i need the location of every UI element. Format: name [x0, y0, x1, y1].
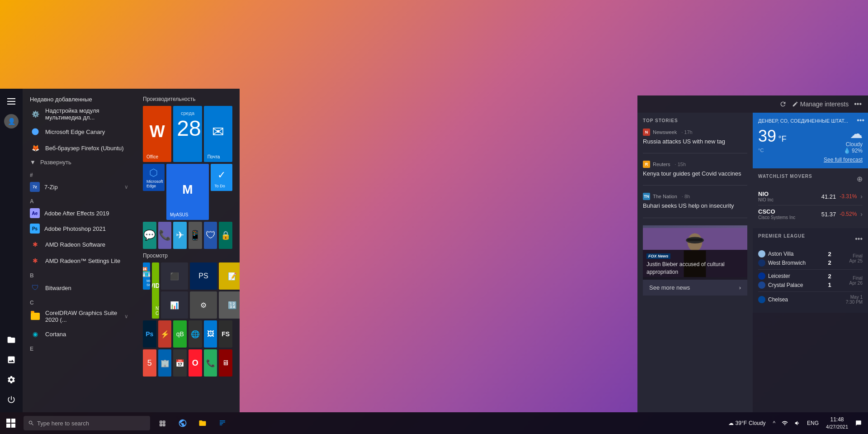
documents-button[interactable]: [2, 331, 20, 349]
pl-match-2[interactable]: Leicester Crystal Palace 2 1: [758, 270, 863, 292]
tile-calculator[interactable]: 🔢: [219, 291, 240, 319]
taskbar-clock[interactable]: 11:48 4/27/2021: [822, 416, 852, 430]
power-button[interactable]: [2, 391, 20, 409]
app-item-amd-radeon[interactable]: ✱ AMD Radeon Software: [23, 236, 136, 253]
tile-telegram[interactable]: ✈: [173, 222, 187, 249]
tray-icons-button[interactable]: ^: [770, 420, 778, 426]
tray-volume[interactable]: [792, 420, 803, 426]
tile-store[interactable]: 🏪 Microsoft Store: [143, 262, 150, 290]
app-item-ps[interactable]: Ps Adobe Photoshop 2021: [23, 221, 136, 236]
tile-calendar[interactable]: среда 28: [173, 106, 202, 162]
pl-match-3[interactable]: Chelsea May 1 7:30 PM: [758, 292, 863, 307]
hamburger-button[interactable]: [2, 92, 20, 110]
tray-language[interactable]: ENG: [804, 420, 821, 426]
tile-remote[interactable]: 🖥: [219, 349, 232, 377]
tile-edge[interactable]: ⬡ Microsoft Edge: [143, 164, 165, 191]
see-more-news-button[interactable]: See more news ›: [643, 280, 747, 296]
taskbar-time: 11:48: [830, 416, 844, 424]
watchlist-item-csco[interactable]: CSCO Cisco Systems Inc 51.37 -0.52% ›: [758, 205, 863, 223]
news-time-1: · 17h: [681, 129, 692, 135]
tile-myasus[interactable]: M MyASUS: [166, 164, 209, 220]
app-item-firefox[interactable]: 🦊 Веб-браузер Firefox (Ubuntu): [23, 140, 136, 156]
expand-recently-added[interactable]: ▼ Развернуть: [23, 156, 136, 168]
csco-arrow[interactable]: ›: [860, 210, 863, 218]
tile-powershell[interactable]: PS: [190, 262, 217, 290]
news-item-2[interactable]: R Reuters · 15h Kenya tour guides get Co…: [643, 161, 747, 186]
app-item-amd-settings[interactable]: ✱ AMD Radeon™ Settings Lite: [23, 253, 136, 269]
news-item-3[interactable]: TN The Nation · 8h Buhari seeks US help …: [643, 193, 747, 218]
watchlist-header: WATCHLIST MOVERS ⊕: [758, 174, 863, 184]
watchlist-item-nio[interactable]: NIO NIO Inc 41.21 -3.31% ›: [758, 188, 863, 205]
tile-phone[interactable]: 📱: [189, 222, 202, 249]
news-item-1[interactable]: N Newsweek · 17h Russia attacks US with …: [643, 129, 747, 153]
tile-app1[interactable]: ⬛: [161, 262, 188, 290]
taskbar-weather[interactable]: ☁ 39°F Cloudy: [725, 420, 769, 426]
photos-button[interactable]: [2, 351, 20, 369]
pl-match-1[interactable]: Aston Villa West Bromwich 2 2: [758, 248, 863, 270]
tile-viber[interactable]: 📞: [158, 222, 172, 249]
tile-office[interactable]: W Office: [143, 106, 171, 162]
tile-kaspersky[interactable]: 🔒: [219, 222, 232, 249]
weather-location: ДЕНВЕР, СО, СОЕДИНЕННЫЕ ШТАТ...: [758, 118, 863, 124]
taskbar-search[interactable]: Type here to search: [24, 416, 150, 430]
alpha-e[interactable]: E: [23, 342, 136, 353]
see-full-forecast-button[interactable]: See full forecast: [758, 157, 863, 163]
app-item-cortana[interactable]: ◉ Cortana: [23, 326, 136, 342]
svg-rect-4: [687, 238, 703, 241]
tile-process-monitor[interactable]: 📊: [161, 291, 188, 319]
tile-sticky-notes[interactable]: 📝: [219, 262, 240, 290]
watchlist-more-button[interactable]: ⊕: [857, 175, 863, 183]
alpha-a[interactable]: A: [23, 195, 136, 205]
tile-todo[interactable]: ✓ To Do: [211, 164, 232, 191]
tile-chrome[interactable]: 🌐: [189, 320, 202, 348]
app-item-ae[interactable]: Ae Adobe After Effects 2019: [23, 205, 136, 221]
app-icon-bitwarden: 🛡: [30, 282, 41, 293]
tile-app-red[interactable]: ⚡: [158, 320, 172, 348]
nio-arrow[interactable]: ›: [860, 193, 863, 200]
refresh-button[interactable]: [779, 100, 787, 108]
alpha-b[interactable]: B: [23, 269, 136, 280]
see-more-news-label: See more news: [649, 284, 690, 291]
taskbar-file-explorer[interactable]: [193, 414, 212, 432]
app-item-bitwarden[interactable]: 🛡 Bitwarden: [23, 280, 136, 296]
manage-interests-button[interactable]: Manage interests: [792, 100, 849, 108]
action-center-button[interactable]: [853, 420, 864, 426]
start-button[interactable]: [0, 412, 22, 434]
featured-news-card[interactable]: FOX News Justin Bieber accused of cultur…: [643, 225, 747, 280]
taskbar-task-view[interactable]: [154, 414, 172, 432]
profile-button[interactable]: 👤: [2, 112, 20, 130]
chelsea-badge: [758, 296, 765, 303]
taskbar-store[interactable]: [213, 414, 231, 432]
nio-ticker: NIO: [758, 191, 774, 197]
7zip-expand-arrow[interactable]: ∨: [124, 184, 128, 190]
pl-more-button[interactable]: •••: [855, 235, 863, 243]
tile-phone2[interactable]: 📞: [204, 349, 217, 377]
tile-nvidia[interactable]: NVIDIA NVIDIA Contr...: [152, 262, 159, 319]
tray-network[interactable]: [779, 420, 791, 426]
weather-unit: °F: [778, 134, 787, 143]
alpha-hash[interactable]: #: [23, 168, 136, 179]
tile-app4[interactable]: 🏢: [158, 349, 172, 377]
tile-ps2[interactable]: Ps: [143, 320, 156, 348]
weather-more-button[interactable]: •••: [857, 116, 864, 124]
tile-photos2[interactable]: 🖼: [204, 320, 217, 348]
tile-app5[interactable]: 📅: [173, 349, 187, 377]
app-item-edge-canary[interactable]: Microsoft Edge Canary: [23, 124, 136, 140]
tile-whatsapp[interactable]: 💬: [143, 222, 156, 249]
tile-bitwarden-2[interactable]: 🛡: [204, 222, 217, 249]
app-item-coreldraw[interactable]: CorelDRAW Graphics Suite 2020 (... ∨: [23, 307, 136, 326]
corel-expand-arrow[interactable]: ∨: [124, 313, 128, 320]
app-item-multimedia[interactable]: ⚙️ Надстройка модуля мультимедиа дл...: [23, 105, 136, 124]
tile-rapidee[interactable]: ⚙: [190, 291, 217, 319]
tile-qbittorrent[interactable]: qB: [173, 320, 187, 348]
widget-more-button[interactable]: •••: [854, 100, 862, 108]
tile-flightsim[interactable]: FS: [219, 320, 232, 348]
taskbar-edge[interactable]: [174, 414, 192, 432]
tile-opera[interactable]: O: [189, 349, 202, 377]
match2-status: Final Apr 26: [838, 276, 863, 286]
app-item-7zip[interactable]: 7z 7-Zip ∨: [23, 179, 136, 195]
tile-app3[interactable]: 5: [143, 349, 156, 377]
alpha-c[interactable]: C: [23, 296, 136, 307]
settings-button[interactable]: [2, 371, 20, 389]
tile-mail[interactable]: ✉ Почта: [204, 106, 232, 162]
